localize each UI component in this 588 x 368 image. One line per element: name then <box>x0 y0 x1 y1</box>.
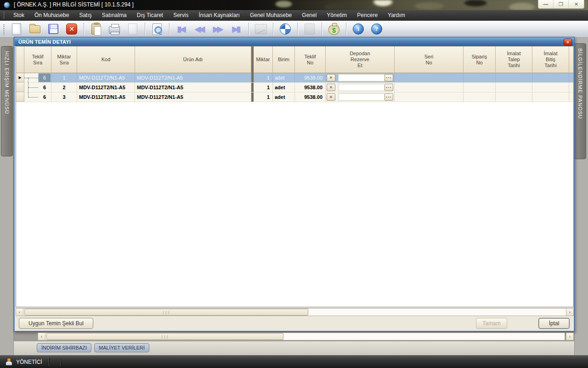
cell-miktar[interactable]: 1 <box>254 83 273 92</box>
cell-birim[interactable]: adet <box>273 73 295 82</box>
row-selector[interactable] <box>16 92 24 102</box>
cell-imalat-bitis[interactable] <box>532 92 569 102</box>
menu-stok[interactable]: Stok <box>8 10 29 21</box>
menu-on-muhasebe[interactable]: Ön Muhasebe <box>29 10 74 21</box>
quick-access-panel-tab[interactable]: HIZLI ERİŞİM MENÜSÜ <box>1 46 13 156</box>
menu-dis-ticaret[interactable]: Dış Ticaret <box>132 10 168 21</box>
menu-yardim[interactable]: Yardım <box>383 10 410 21</box>
open-folder-icon[interactable] <box>27 22 43 36</box>
help-icon[interactable]: ? <box>369 22 384 36</box>
table-row[interactable]: 6 3 MDV-D112T2/N1-A5 MDV-D112T2/N1-A5 1 … <box>16 92 573 102</box>
delete-icon[interactable]: ✕ <box>64 22 79 36</box>
cell-miktar[interactable]: 1 <box>254 92 273 102</box>
restore-button[interactable]: ❐ <box>554 0 569 8</box>
menu-genel[interactable]: Genel <box>297 10 322 21</box>
menu-yonetim[interactable]: Yönetim <box>322 10 352 21</box>
reserve-lookup-button[interactable]: ··· <box>384 84 393 91</box>
save-icon[interactable] <box>45 22 61 36</box>
info-board-panel-tab[interactable]: BİLGİLENDİRME PANOSU <box>574 43 586 159</box>
cell-miktar-sira[interactable]: 2 <box>51 83 77 92</box>
cell-imalat-talep[interactable] <box>496 92 532 102</box>
cell-siparis-no[interactable] <box>464 73 496 82</box>
cell-teklif-no[interactable]: 9538.00 <box>295 92 326 102</box>
cell-imalat-bitis[interactable] <box>532 73 569 82</box>
menu-satis[interactable]: Satış <box>74 10 96 21</box>
cell-siparis-no[interactable] <box>464 83 496 92</box>
reserve-value-field[interactable] <box>338 93 384 101</box>
menu-servis[interactable]: Servis <box>168 10 193 21</box>
scrollbar-thumb[interactable]: | | | <box>24 309 308 316</box>
scroll-left-icon[interactable]: ‹ <box>16 309 23 316</box>
col-header-teklif-sira[interactable]: Teklif Sıra <box>24 46 51 73</box>
scroll-right-icon[interactable]: › <box>566 333 574 340</box>
scrollbar-track[interactable]: | | | <box>45 333 565 340</box>
cell-miktar[interactable]: 1 <box>254 73 273 82</box>
col-header-siparis-no[interactable]: Sipariş No <box>464 46 496 73</box>
cell-kod[interactable]: MDV-D112T2/N1-A5 <box>77 92 135 102</box>
nav-first-icon[interactable]: ▮◀ <box>174 22 189 36</box>
scroll-right-icon[interactable]: › <box>566 309 573 316</box>
tab-maliyet-verileri[interactable]: MALİYET VERİLERİ <box>94 343 149 352</box>
dialog-close-icon[interactable]: ✕ <box>564 39 572 46</box>
pie-chart-icon[interactable] <box>277 22 293 36</box>
cell-miktar-sira[interactable]: 3 <box>51 92 77 102</box>
menu-insan-kaynaklari[interactable]: İnsan Kaynakları <box>194 10 245 21</box>
cell-teklif-sira[interactable]: 6 <box>24 83 51 92</box>
cancel-button[interactable]: İptal <box>538 318 570 329</box>
cell-seri-no[interactable] <box>395 92 464 102</box>
col-header-birim[interactable]: Birim <box>273 46 295 73</box>
cell-seri-no[interactable] <box>395 73 464 82</box>
reserve-lookup-button[interactable]: ··· <box>384 93 393 101</box>
clear-reserve-button[interactable]: ✕ <box>327 84 335 91</box>
cell-seri-no[interactable] <box>395 83 464 92</box>
clear-reserve-button[interactable]: ✕ <box>327 74 335 81</box>
menu-pencere[interactable]: Pencere <box>352 10 383 21</box>
tab-indirim-sihirbazi[interactable]: İNDİRİM SİHİRBAZI <box>37 343 91 352</box>
cell-teklif-no[interactable]: 9538.00 <box>295 73 326 82</box>
row-selector-marker[interactable]: ▶ <box>16 73 24 82</box>
col-header-imalat-talep[interactable]: İmalat Talep Tarihi <box>496 46 532 73</box>
cell-imalat-talep[interactable] <box>496 83 532 92</box>
table-row[interactable]: 6 2 MDV-D112T2/N1-A5 MDV-D112T2/N1-A5 1 … <box>16 83 573 92</box>
cell-urun-adi[interactable]: MDV-D112T2/N1-A5 <box>135 92 251 102</box>
print-icon[interactable] <box>107 22 122 36</box>
col-header-miktar[interactable]: Miktar <box>254 46 273 73</box>
new-document-icon[interactable] <box>9 22 24 36</box>
cell-kod[interactable]: MDV-D112T2/N1-A5 <box>77 83 135 92</box>
reserve-value-field[interactable] <box>338 84 384 91</box>
paste-icon[interactable] <box>88 22 104 36</box>
scrollbar-track[interactable]: | | | <box>23 309 566 316</box>
cell-urun-adi[interactable]: MDV-D112T2/N1-A5 <box>135 73 251 82</box>
col-header-urun-adi[interactable]: Ürün Adı <box>135 46 251 73</box>
search-icon[interactable] <box>149 22 165 36</box>
cell-siparis-no[interactable] <box>464 92 496 102</box>
cell-teklif-no[interactable]: 9538.00 <box>295 83 326 92</box>
scrollbar-thumb[interactable]: | | | <box>46 333 283 340</box>
close-button[interactable]: ✕ <box>569 0 584 8</box>
money-bag-icon[interactable]: $ <box>326 22 342 36</box>
menu-satinalma[interactable]: Satınalma <box>97 10 132 21</box>
row-selector[interactable] <box>16 83 24 92</box>
col-header-miktar-sira[interactable]: Miktar Sıra <box>51 46 77 73</box>
minimize-button[interactable]: — <box>538 0 554 8</box>
cell-birim[interactable]: adet <box>273 92 295 102</box>
cell-miktar-sira[interactable]: 1 <box>51 73 77 82</box>
cell-kod[interactable]: MDV-D112T2/N1-A5 <box>77 73 135 82</box>
cell-imalat-talep[interactable] <box>496 73 532 82</box>
col-header-kod[interactable]: Kod <box>77 46 135 73</box>
col-header-seri-no[interactable]: Seri No <box>395 46 464 73</box>
scroll-left-icon[interactable]: ‹ <box>38 333 45 340</box>
reserve-lookup-button[interactable]: ··· <box>384 74 393 81</box>
nav-last-icon[interactable]: ▶▮ <box>229 22 244 36</box>
cell-imalat-bitis[interactable] <box>532 83 569 92</box>
col-header-imalat-bitis[interactable]: İmalat Bitiş Tarihi <box>532 46 569 73</box>
clear-reserve-button[interactable]: ✕ <box>327 93 335 101</box>
cell-urun-adi[interactable]: MDV-D112T2/N1-A5 <box>135 83 251 92</box>
cell-teklif-sira[interactable]: 6 <box>24 73 51 82</box>
col-header-teklif-no[interactable]: Teklif No <box>295 46 326 73</box>
nav-next-icon[interactable]: ▶▶ <box>210 22 226 36</box>
find-supply-method-button[interactable]: Uygun Temin Şekli Bul <box>19 318 93 329</box>
table-row[interactable]: ▶ 6 1 MDV-D112T2/N1-A5 MDV-D112T2/N1-A5 … <box>16 73 573 83</box>
cell-birim[interactable]: adet <box>273 83 295 92</box>
reserve-value-field[interactable] <box>338 74 384 81</box>
